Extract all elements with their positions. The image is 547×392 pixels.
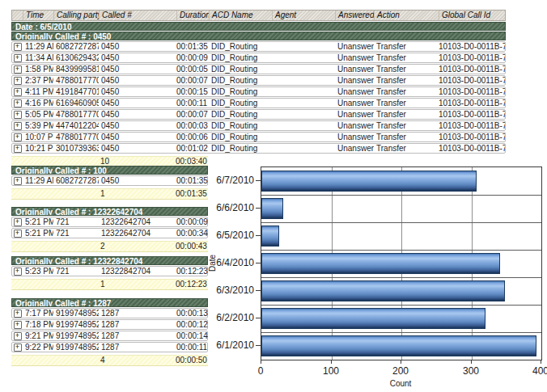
cell: 1:58 PM (23, 65, 53, 74)
expand-plus-icon[interactable]: + (14, 65, 22, 74)
cell: 11:29 AM (23, 176, 53, 185)
originally-called-band: Originally Called # : 12322842704 (11, 256, 208, 265)
cell: 4474012204 (53, 121, 99, 130)
cell: Unanswered (335, 144, 374, 153)
expand-plus-icon[interactable]: + (14, 133, 22, 141)
cell: 00:01:35 (176, 176, 209, 185)
gridline-horizontal (261, 305, 541, 306)
cell: 4191847701 (53, 87, 99, 96)
expand-cell: + (12, 42, 23, 51)
expand-plus-icon[interactable]: + (14, 43, 22, 51)
expand-plus-icon[interactable]: + (14, 145, 22, 153)
x-tick-mark (401, 360, 401, 364)
cell: 8439999581 (53, 65, 99, 74)
cell: 00:00:12 (176, 320, 209, 329)
cell: Transfer (374, 110, 439, 119)
gridline-horizontal (261, 250, 541, 251)
expand-cell: + (12, 331, 23, 340)
summary-spacer (11, 189, 22, 199)
table-header-row: TimeCalling party #Called #DurationACD N… (11, 10, 506, 21)
expand-plus-icon[interactable]: + (14, 344, 22, 352)
expand-plus-icon[interactable]: + (14, 99, 22, 107)
cell: 4788017770 (53, 110, 99, 119)
cell: 9:21 PM (23, 331, 53, 340)
expand-plus-icon[interactable]: + (14, 268, 22, 276)
x-axis-title: Count (261, 379, 541, 388)
cell (272, 87, 335, 96)
table-row: +11:34 AM6130629432045000:00:09DID_Routi… (11, 53, 506, 63)
expand-plus-icon[interactable]: + (14, 321, 22, 329)
x-tick-mark (261, 360, 261, 364)
expand-plus-icon[interactable]: + (14, 111, 22, 119)
cell (272, 133, 335, 141)
cell: Unanswered (335, 121, 374, 130)
cell: DID_Routing (209, 99, 272, 107)
expand-plus-icon[interactable]: + (14, 177, 22, 185)
cell: 0450 (99, 65, 176, 74)
table-row: +7:18 PM9199748952128700:00:12 (11, 319, 208, 330)
cell: 0450 (99, 133, 176, 141)
gridline-horizontal (261, 277, 541, 278)
table-row: +7:17 PM9199748952128700:00:13 (11, 308, 208, 318)
summary-spacer (22, 189, 53, 199)
bar-6-4-2010 (261, 253, 500, 274)
expand-plus-icon[interactable]: + (14, 332, 22, 340)
summary-spacer (53, 189, 98, 199)
table-row: +5:21 PM7211232264270400:00:09 (11, 217, 208, 227)
expand-cell: + (12, 309, 23, 318)
expand-cell: + (12, 229, 23, 238)
cell: Unanswered (335, 110, 374, 119)
expand-plus-icon[interactable]: + (14, 310, 22, 318)
cell (272, 53, 335, 62)
expand-cell: + (12, 320, 23, 329)
gridline-horizontal (261, 332, 541, 333)
cell: 5:23 PM (23, 267, 53, 276)
cell: 00:00:34 (176, 229, 209, 238)
summary-spacer (11, 242, 22, 251)
cell: 0450 (99, 87, 176, 96)
cell: Unanswered (335, 76, 374, 85)
cell: 10103-D0-0011B-771 (439, 76, 505, 85)
cell: 00:01:02 (176, 144, 209, 153)
cell: 00:00:09 (176, 217, 209, 226)
cell: 00:00:11 (176, 343, 209, 352)
cell: 1287 (99, 309, 176, 318)
cell: 10103-D0-0011B-77F (439, 144, 505, 153)
cell: 0450 (99, 53, 176, 62)
main-table-section: TimeCalling party #Called #DurationACD N… (11, 10, 506, 167)
cell: 10103-D0-0011B-773 (439, 99, 505, 107)
expand-plus-icon[interactable]: + (14, 54, 22, 62)
cell: 0450 (99, 42, 176, 51)
cell: 0450 (99, 176, 176, 185)
expand-plus-icon[interactable]: + (14, 218, 22, 226)
expand-cell: + (12, 121, 23, 130)
bar-6-5-2010 (261, 226, 279, 247)
expand-plus-icon[interactable]: + (14, 88, 22, 96)
group-summary-row: 100:01:35 (11, 188, 208, 200)
expand-plus-icon[interactable]: + (14, 122, 22, 130)
expand-plus-icon[interactable]: + (14, 230, 22, 238)
expand-cell: + (12, 133, 23, 141)
cell: 10103-D0-0011B-774 (439, 110, 505, 119)
cell: 00:01:35 (176, 42, 209, 51)
originally-called-band: Originally Called # : 0450 (11, 32, 506, 40)
cell: Unanswered (335, 133, 374, 141)
group-summary-row: 400:00:50 (11, 355, 208, 366)
cell: 3010739363 (53, 144, 99, 153)
summary-count: 1 (98, 280, 176, 289)
cell: 9:22 PM (23, 343, 53, 352)
cell: 10103-D0-0011B-77E (439, 133, 505, 141)
cell: DID_Routing (209, 42, 272, 51)
cell: 12322642704 (99, 229, 176, 238)
table-row: +5:21 PM7211232264270400:00:34 (11, 228, 208, 238)
x-tick-label: 200 (383, 365, 418, 377)
cell: 6130629432 (53, 53, 99, 62)
expand-plus-icon[interactable]: + (14, 77, 22, 85)
cell: 0450 (99, 121, 176, 130)
expand-cell: + (12, 267, 23, 276)
y-tick-label: 6/4/2010 (207, 249, 254, 276)
cell: 0450 (99, 110, 176, 119)
cell: 00:00:07 (176, 76, 209, 85)
group-section: Originally Called # : 12322642704+5:21 P… (11, 207, 208, 252)
table-row: +5:23 PM7211232284270400:12:23 (11, 266, 208, 276)
